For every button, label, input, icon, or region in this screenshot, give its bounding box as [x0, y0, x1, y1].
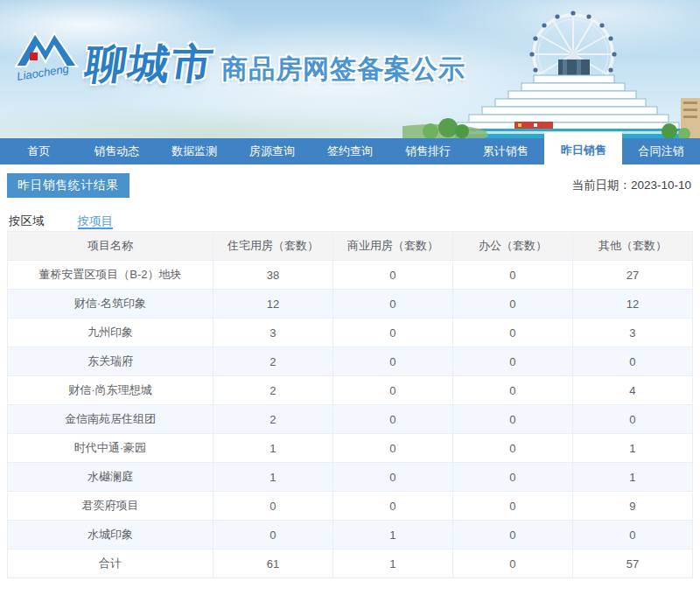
page-head: 昨日销售统计结果 当前日期：2023-10-10: [7, 164, 693, 198]
date-label: 当前日期：: [571, 178, 631, 192]
column-header-5: 其他（套数）: [572, 232, 692, 261]
nav-item-4[interactable]: 房源查询: [234, 138, 312, 164]
cell-count: 0: [452, 550, 572, 578]
cell-count: 0: [452, 492, 572, 521]
table-row: 财信·名筑印象120012: [8, 290, 693, 318]
cell-count: 0: [332, 318, 452, 347]
cell-project-name: 东关瑞府: [8, 347, 214, 376]
cell-count: 57: [572, 550, 692, 578]
main-content: 昨日销售统计结果 当前日期：2023-10-10 按区域按项目 项目名称住宅用房…: [0, 164, 700, 578]
cell-count: 0: [452, 290, 572, 318]
cell-count: 27: [572, 261, 692, 290]
nav-item-3[interactable]: 数据监测: [156, 138, 234, 164]
cell-count: 38: [213, 261, 332, 290]
cell-project-name: 财信·名筑印象: [8, 290, 214, 318]
cell-count: 2: [213, 405, 332, 434]
cell-count: 0: [452, 434, 572, 463]
cell-count: 0: [332, 463, 452, 492]
column-header-3: 商业用房（套数）: [332, 232, 452, 261]
main-nav: 首页销售动态数据监测房源查询签约查询销售排行累计销售昨日销售合同注销: [0, 138, 700, 164]
cell-count: 0: [213, 492, 332, 521]
cell-project-name: 合计: [8, 550, 214, 578]
cell-count: 0: [332, 290, 452, 318]
cell-count: 1: [572, 463, 692, 492]
cell-project-name: 时代中通·豪园: [8, 434, 214, 463]
table-row-total: 合计611057: [8, 550, 693, 578]
cell-count: 3: [213, 318, 332, 347]
nav-item-2[interactable]: 销售动态: [78, 138, 156, 164]
cell-project-name: 水城印象: [8, 521, 214, 550]
cell-count: 1: [213, 463, 332, 492]
table-row: 九州印象3003: [8, 318, 693, 347]
site-title: 商品房网签备案公示: [221, 56, 466, 82]
cell-count: 3: [572, 318, 692, 347]
cell-count: 0: [332, 376, 452, 405]
cell-count: 0: [332, 492, 452, 521]
nav-item-7[interactable]: 累计销售: [466, 138, 544, 164]
nav-item-8[interactable]: 昨日销售: [544, 132, 622, 164]
cell-count: 0: [452, 347, 572, 376]
site-header: Liaocheng 聊城市 商品房网签备案公示: [0, 0, 700, 138]
table-row: 财信·尚东理想城2004: [8, 376, 693, 405]
cell-count: 1: [332, 521, 452, 550]
tab-2[interactable]: 按项目: [78, 214, 114, 229]
table-row: 水樾澜庭1001: [8, 463, 693, 492]
cell-count: 0: [572, 347, 692, 376]
cell-count: 12: [572, 290, 692, 318]
cell-count: 0: [572, 521, 692, 550]
cell-count: 1: [572, 434, 692, 463]
nav-item-1[interactable]: 首页: [0, 138, 78, 164]
brand: Liaocheng 聊城市 商品房网签备案公示: [12, 23, 466, 91]
cell-count: 0: [452, 376, 572, 405]
site-logo: Liaocheng: [12, 23, 84, 91]
cell-count: 4: [572, 376, 692, 405]
logo-mountain-icon: [16, 33, 77, 66]
nav-item-6[interactable]: 销售排行: [388, 138, 466, 164]
cell-count: 12: [213, 290, 332, 318]
cell-count: 1: [332, 550, 452, 578]
cell-count: 0: [452, 318, 572, 347]
logo-red-square: [30, 52, 38, 60]
cell-count: 0: [332, 261, 452, 290]
cell-count: 61: [213, 550, 332, 578]
cell-project-name: 君奕府项目: [8, 492, 214, 521]
table-row: 水城印象0100: [8, 521, 693, 550]
tab-1[interactable]: 按区域: [9, 214, 45, 229]
cell-project-name: 金信南苑居住组团: [8, 405, 214, 434]
table-header-row: 项目名称住宅用房（套数）商业用房（套数）办公（套数）其他（套数）: [8, 232, 693, 261]
table-row: 时代中通·豪园1001: [8, 434, 693, 463]
column-header-1: 项目名称: [8, 232, 214, 261]
table-row: 君奕府项目0009: [8, 492, 693, 521]
page-title: 昨日销售统计结果: [7, 173, 130, 198]
cell-count: 1: [213, 434, 332, 463]
cell-count: 0: [452, 261, 572, 290]
nav-item-9[interactable]: 合同注销: [622, 138, 700, 164]
cell-project-name: 财信·尚东理想城: [8, 376, 214, 405]
cell-count: 0: [332, 434, 452, 463]
view-tabs: 按区域按项目: [7, 198, 693, 229]
cell-count: 9: [572, 492, 692, 521]
cell-count: 0: [452, 405, 572, 434]
table-row: 金信南苑居住组团2000: [8, 405, 693, 434]
date-value: 2023-10-10: [631, 178, 691, 192]
cell-count: 0: [332, 405, 452, 434]
column-header-4: 办公（套数）: [452, 232, 572, 261]
sales-table: 项目名称住宅用房（套数）商业用房（套数）办公（套数）其他（套数） 董桥安置区项目…: [7, 231, 693, 578]
cell-count: 2: [213, 347, 332, 376]
current-date: 当前日期：2023-10-10: [571, 178, 693, 193]
cell-count: 2: [213, 376, 332, 405]
table-body: 董桥安置区项目（B-2）地块380027财信·名筑印象120012九州印象300…: [8, 261, 693, 578]
nav-item-5[interactable]: 签约查询: [312, 138, 389, 164]
cell-count: 0: [213, 521, 332, 550]
cell-count: 0: [572, 405, 692, 434]
site-city-name: 聊城市: [83, 43, 218, 84]
table-row: 董桥安置区项目（B-2）地块380027: [8, 261, 693, 290]
table-row: 东关瑞府2000: [8, 347, 693, 376]
cell-project-name: 九州印象: [8, 318, 214, 347]
cell-count: 0: [452, 521, 572, 550]
cell-project-name: 水樾澜庭: [8, 463, 214, 492]
column-header-2: 住宅用房（套数）: [213, 232, 332, 261]
cell-project-name: 董桥安置区项目（B-2）地块: [8, 261, 214, 290]
cell-count: 0: [452, 463, 572, 492]
cell-count: 0: [332, 347, 452, 376]
